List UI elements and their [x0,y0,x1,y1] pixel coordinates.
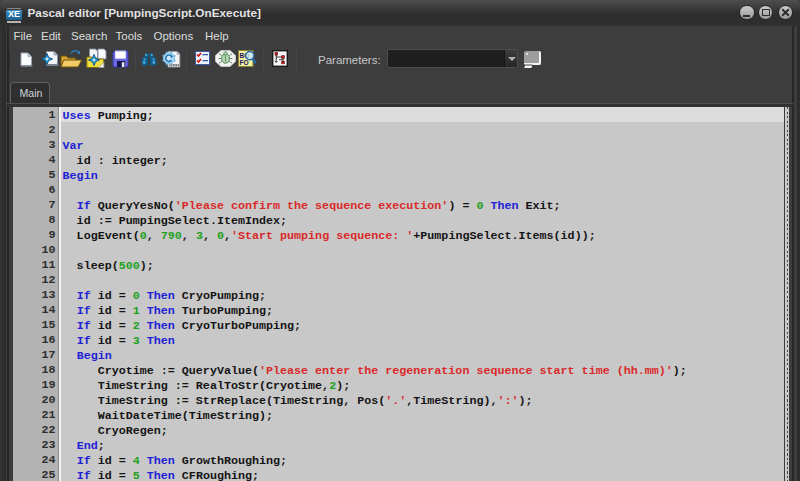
svg-text:FO: FO [240,59,249,66]
